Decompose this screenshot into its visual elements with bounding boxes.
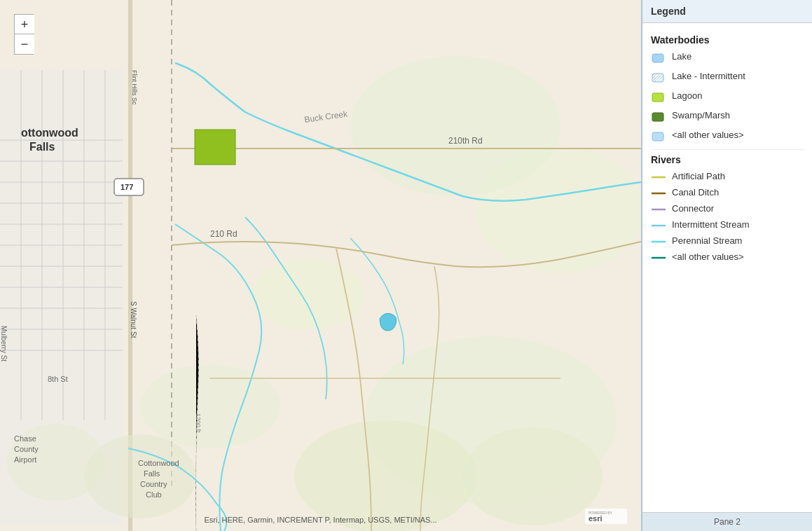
wb-other-label: <all other values> [672, 130, 744, 142]
legend-body: Waterbodies Lake [642, 23, 812, 512]
zoom-in-button[interactable]: + [15, 15, 34, 34]
perennial-stream-label: Perennial Stream [672, 235, 742, 247]
legend-title: Legend [651, 6, 686, 17]
swamp-symbol [651, 111, 666, 125]
zoom-out-button[interactable]: − [15, 34, 34, 54]
lagoon-label: Lagoon [672, 90, 702, 102]
svg-rect-57 [652, 93, 663, 102]
map-svg: ottonwood Falls Buck Creek 210th Rd 210 … [0, 0, 641, 531]
connector-symbol [651, 204, 666, 215]
rivers-section-title: Rivers [651, 154, 804, 165]
legend-item-lake-intermittent: Lake - Intermittent [651, 71, 804, 86]
canal-ditch-symbol [651, 188, 666, 199]
svg-text:177: 177 [121, 183, 133, 191]
lake-intermittent-label: Lake - Intermittent [672, 71, 745, 83]
legend-item-perennial-stream: Perennial Stream [651, 235, 804, 247]
svg-text:210 Rd: 210 Rd [210, 229, 238, 239]
svg-text:8th St: 8th St [48, 375, 68, 383]
svg-point-32 [84, 434, 196, 518]
connector-label: Connector [672, 203, 714, 215]
svg-text:Airport: Airport [14, 455, 36, 464]
legend-item-rivers-other: <all other values> [651, 251, 804, 263]
svg-point-7 [462, 427, 603, 525]
svg-text:Falls: Falls [144, 469, 160, 478]
svg-point-3 [140, 364, 280, 448]
rivers-other-symbol [651, 252, 666, 263]
intermittent-stream-label: Intermittent Stream [672, 219, 750, 231]
pane-label: Pane 2 [714, 517, 741, 527]
legend-panel: Legend Waterbodies Lake [641, 0, 812, 531]
svg-text:esri: esri [589, 514, 603, 523]
lake-symbol [651, 52, 666, 67]
svg-point-2 [294, 420, 476, 531]
section-divider [651, 149, 804, 150]
legend-item-connector: Connector [651, 203, 804, 215]
svg-rect-54 [652, 54, 663, 62]
lake-intermittent-symbol [651, 71, 666, 86]
svg-point-6 [252, 259, 364, 329]
svg-text:1200 ft: 1200 ft [195, 413, 202, 433]
intermittent-stream-symbol [651, 220, 666, 231]
svg-rect-59 [652, 132, 663, 141]
svg-text:County: County [14, 445, 39, 453]
legend-item-canal-ditch: Canal Ditch [651, 187, 804, 199]
waterbodies-section-title: Waterbodies [651, 34, 804, 46]
svg-text:S Walnut St: S Walnut St [130, 301, 137, 338]
wb-other-symbol [651, 130, 666, 145]
svg-text:Chase: Chase [14, 434, 36, 443]
svg-text:Club: Club [146, 490, 162, 499]
svg-text:Mulberry St: Mulberry St [0, 326, 8, 361]
legend-item-lagoon: Lagoon [651, 90, 804, 106]
canal-ditch-label: Canal Ditch [672, 187, 719, 199]
legend-item-artificial-path: Artificial Path [651, 171, 804, 183]
artificial-path-label: Artificial Path [672, 171, 725, 183]
lagoon-symbol [651, 91, 666, 106]
svg-rect-30 [195, 130, 235, 165]
svg-text:210th Rd: 210th Rd [448, 136, 483, 146]
perennial-stream-symbol [651, 236, 666, 247]
svg-text:Cottonwood: Cottonwood [138, 459, 179, 467]
svg-point-5 [350, 56, 560, 196]
swamp-label: Swamp/Marsh [672, 110, 730, 122]
legend-item-lake: Lake [651, 51, 804, 67]
svg-rect-56 [652, 74, 663, 82]
svg-text:Falls: Falls [29, 141, 55, 153]
svg-text:Flint Hills Sc: Flint Hills Sc [131, 70, 138, 105]
legend-header: Legend [642, 0, 812, 23]
artificial-path-symbol [651, 172, 666, 183]
lake-label: Lake [672, 51, 691, 63]
map-container[interactable]: ottonwood Falls Buck Creek 210th Rd 210 … [0, 0, 641, 531]
map-attribution: Esri, HERE, Garmin, INCREMENT P, Interma… [0, 516, 641, 524]
esri-logo: POWERED BY esri [585, 509, 627, 525]
legend-footer: Pane 2 [642, 512, 812, 531]
svg-rect-58 [652, 113, 663, 121]
rivers-other-label: <all other values> [672, 251, 744, 263]
legend-item-swamp: Swamp/Marsh [651, 110, 804, 125]
legend-item-intermittent-stream: Intermittent Stream [651, 219, 804, 231]
legend-item-wb-other: <all other values> [651, 130, 804, 145]
zoom-controls: + − [14, 14, 34, 55]
svg-text:Country: Country [140, 480, 167, 488]
svg-text:ottonwood: ottonwood [21, 127, 78, 139]
